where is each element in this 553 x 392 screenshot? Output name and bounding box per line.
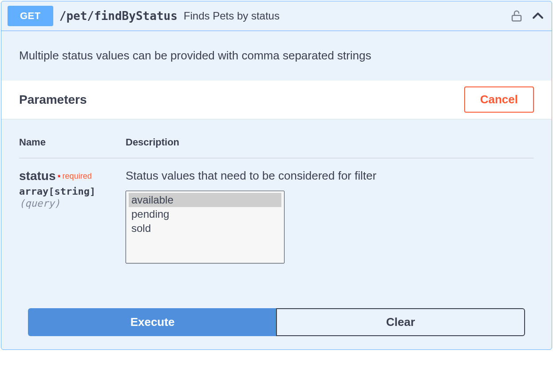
- parameters-bar: Parameters Cancel: [1, 80, 552, 119]
- svg-rect-0: [512, 16, 521, 21]
- column-header-name: Name: [19, 137, 126, 158]
- cancel-button[interactable]: Cancel: [464, 86, 534, 113]
- table-row: status * required array[string] query St…: [19, 158, 534, 264]
- endpoint-header[interactable]: GET /pet/findByStatus Finds Pets by stat…: [1, 1, 552, 31]
- parameters-title: Parameters: [19, 93, 87, 107]
- method-badge: GET: [8, 6, 53, 26]
- chevron-up-icon[interactable]: [530, 8, 545, 24]
- execute-button[interactable]: Execute: [28, 308, 276, 336]
- required-label: required: [63, 172, 92, 180]
- endpoint-panel: GET /pet/findByStatus Finds Pets by stat…: [1, 1, 552, 350]
- status-option-available[interactable]: available: [129, 193, 281, 207]
- column-header-description: Description: [126, 137, 534, 158]
- endpoint-path: /pet/findByStatus: [59, 9, 178, 23]
- status-select[interactable]: available pending sold: [126, 191, 284, 263]
- endpoint-summary: Finds Pets by status: [184, 10, 280, 22]
- status-option-pending[interactable]: pending: [129, 207, 281, 221]
- unlock-icon[interactable]: [510, 9, 523, 23]
- endpoint-description: Multiple status values can be provided w…: [1, 31, 552, 80]
- actions-row: Execute Clear: [28, 308, 525, 336]
- param-type: array[string]: [19, 186, 126, 197]
- status-option-sold[interactable]: sold: [129, 221, 281, 235]
- param-name: status: [19, 169, 55, 183]
- param-description: Status values that need to be considered…: [126, 169, 534, 183]
- parameters-table: Name Description status * required array…: [19, 137, 534, 264]
- clear-button[interactable]: Clear: [276, 308, 525, 336]
- required-asterisk: *: [58, 174, 60, 181]
- param-in: query: [19, 198, 126, 209]
